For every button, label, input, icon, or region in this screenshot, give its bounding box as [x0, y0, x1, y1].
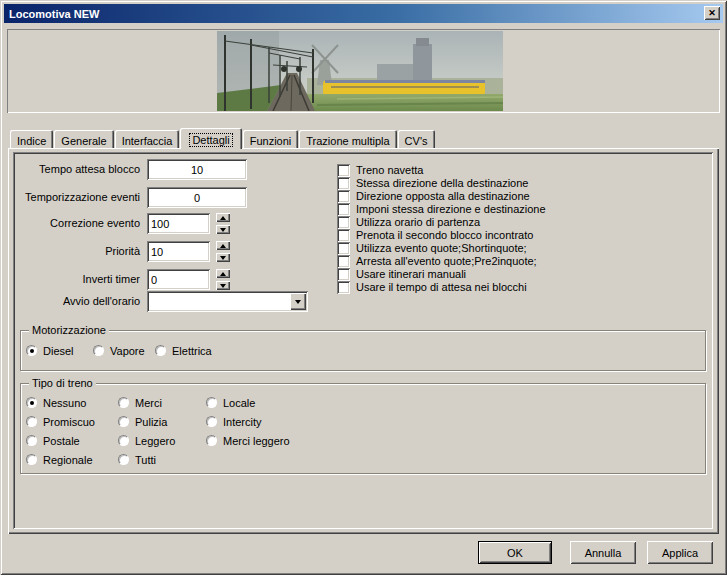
radio-label: Promiscuo: [43, 416, 95, 428]
chevron-down-icon: [220, 228, 226, 232]
tab-dettagli[interactable]: Dettagli: [180, 128, 241, 149]
checkbox-label: Arresta all'evento quote;Pre2inquote;: [356, 255, 537, 268]
tab-trazione-multipla[interactable]: Trazione multipla: [299, 130, 396, 149]
radio-vapore[interactable]: Vapore: [93, 344, 145, 357]
radio-regionale[interactable]: Regionale: [26, 453, 93, 466]
spin-up-button[interactable]: [216, 241, 230, 250]
radio-label: Postale: [43, 435, 80, 447]
close-button[interactable]: ✕: [704, 6, 720, 20]
radio-label: Intercity: [223, 416, 262, 428]
priorita-spinner: [216, 241, 230, 262]
radio-leggero[interactable]: Leggero: [118, 434, 175, 447]
combobox-dropdown-button[interactable]: [290, 293, 306, 310]
checkbox-evento-shortin[interactable]: Utilizza evento quote;Shortinquote;: [337, 242, 527, 255]
checkbox-direzione-opposta[interactable]: Direzione opposta alla destinazione: [337, 190, 530, 203]
correzione-input[interactable]: [147, 213, 210, 234]
avvio-orario-label: Avvio dell'orario: [15, 291, 140, 312]
priorita-input[interactable]: [147, 241, 210, 262]
radio-label: Vapore: [110, 345, 145, 357]
radio-tutti[interactable]: Tutti: [118, 453, 156, 466]
temporizzazione-input[interactable]: [147, 187, 247, 208]
radio-dot[interactable]: [118, 435, 129, 446]
chevron-down-icon: [295, 300, 301, 304]
checkbox-box[interactable]: [337, 242, 350, 255]
radio-merci-leggero[interactable]: Merci leggero: [206, 434, 290, 447]
checkbox-stessa-direzione[interactable]: Stessa direzione della destinazione: [337, 177, 528, 190]
checkbox-label: Usare itinerari manuali: [356, 268, 466, 281]
radio-label: Elettrica: [172, 345, 212, 357]
spin-down-button[interactable]: [216, 225, 230, 234]
spin-down-button[interactable]: [216, 281, 230, 290]
radio-dot[interactable]: [26, 435, 37, 446]
checkbox-box[interactable]: [337, 164, 350, 177]
chevron-up-icon: [220, 216, 226, 220]
radio-label: Diesel: [43, 345, 74, 357]
radio-label: Pulizia: [135, 416, 167, 428]
applica-button[interactable]: Applica: [647, 541, 713, 564]
spin-up-button[interactable]: [216, 269, 230, 278]
tipo-treno-group-title: Tipo di treno: [29, 376, 96, 390]
chevron-up-icon: [220, 244, 226, 248]
tab-cvs[interactable]: CV's: [398, 130, 435, 149]
radio-intercity[interactable]: Intercity: [206, 415, 262, 428]
radio-pulizia[interactable]: Pulizia: [118, 415, 167, 428]
checkbox-box[interactable]: [337, 268, 350, 281]
checkbox-box[interactable]: [337, 177, 350, 190]
radio-dot[interactable]: [118, 397, 129, 408]
priorita-label: Priorità: [15, 241, 140, 262]
tab-generale[interactable]: Generale: [54, 130, 113, 149]
banner-photo: [217, 31, 503, 111]
checkbox-imponi-direzione[interactable]: Imponi stessa direzione e destinazione: [337, 203, 546, 216]
avvio-orario-combobox[interactable]: [147, 291, 308, 312]
tab-label: Funzioni: [250, 135, 292, 147]
checkbox-tempo-attesa-blocchi[interactable]: Usare il tempo di attesa nei blocchi: [337, 281, 527, 294]
inverti-timer-label: Inverti timer: [15, 269, 140, 290]
radio-elettrica[interactable]: Elettrica: [155, 344, 212, 357]
inverti-timer-input[interactable]: [147, 269, 210, 290]
tab-interfaccia[interactable]: Interfaccia: [115, 130, 180, 149]
banner-panel: [7, 29, 720, 113]
checkbox-box[interactable]: [337, 203, 350, 216]
radio-dot[interactable]: [118, 416, 129, 427]
checkbox-utilizza-orario[interactable]: Utilizza orario di partenza: [337, 216, 480, 229]
radio-diesel[interactable]: Diesel: [26, 344, 74, 357]
tab-label: Interfaccia: [122, 135, 173, 147]
radio-dot[interactable]: [26, 454, 37, 465]
radio-dot[interactable]: [155, 345, 166, 356]
radio-dot[interactable]: [93, 345, 104, 356]
radio-locale[interactable]: Locale: [206, 396, 255, 409]
radio-dot[interactable]: [26, 345, 37, 356]
spin-up-button[interactable]: [216, 213, 230, 222]
radio-dot[interactable]: [206, 416, 217, 427]
checkbox-label: Utilizza orario di partenza: [356, 216, 480, 229]
checkbox-prenota-blocco[interactable]: Prenota il secondo blocco incontrato: [337, 229, 533, 242]
tab-label: Indice: [17, 135, 46, 147]
checkbox-box[interactable]: [337, 216, 350, 229]
radio-dot[interactable]: [118, 454, 129, 465]
checkbox-label: Imponi stessa direzione e destinazione: [356, 203, 546, 216]
radio-dot[interactable]: [206, 397, 217, 408]
radio-dot[interactable]: [206, 435, 217, 446]
checkbox-box[interactable]: [337, 190, 350, 203]
spin-down-button[interactable]: [216, 253, 230, 262]
radio-label: Regionale: [43, 454, 93, 466]
title-bar[interactable]: Locomotiva NEW ✕: [4, 4, 723, 23]
chevron-up-icon: [220, 272, 226, 276]
radio-postale[interactable]: Postale: [26, 434, 80, 447]
radio-merci[interactable]: Merci: [118, 396, 162, 409]
checkbox-box[interactable]: [337, 255, 350, 268]
checkbox-treno-navetta[interactable]: Treno navetta: [337, 164, 423, 177]
checkbox-box[interactable]: [337, 281, 350, 294]
radio-promiscuo[interactable]: Promiscuo: [26, 415, 95, 428]
radio-dot[interactable]: [26, 397, 37, 408]
checkbox-box[interactable]: [337, 229, 350, 242]
tab-funzioni[interactable]: Funzioni: [243, 130, 299, 149]
ok-button[interactable]: OK: [478, 541, 552, 564]
checkbox-arresta-evento[interactable]: Arresta all'evento quote;Pre2inquote;: [337, 255, 537, 268]
radio-nessuno[interactable]: Nessuno: [26, 396, 86, 409]
checkbox-itinerari-manuali[interactable]: Usare itinerari manuali: [337, 268, 466, 281]
tab-indice[interactable]: Indice: [10, 130, 53, 149]
radio-dot[interactable]: [26, 416, 37, 427]
tempo-attesa-input[interactable]: [147, 159, 247, 180]
annulla-button[interactable]: Annulla: [570, 541, 636, 564]
